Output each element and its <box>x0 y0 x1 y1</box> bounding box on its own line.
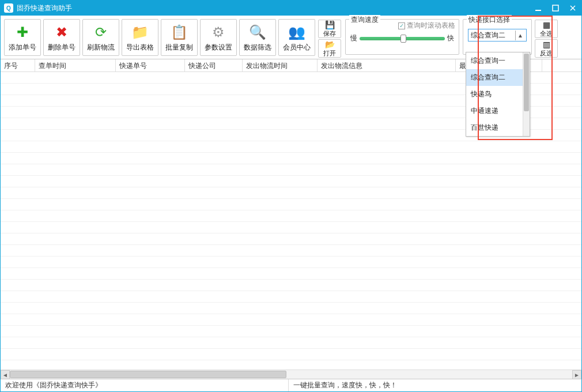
table-row[interactable] <box>1 349 581 360</box>
status-welcome: 欢迎使用《固乔快递查询快手》 <box>1 379 289 391</box>
window-title: 固乔快递查询助手 <box>17 3 530 13</box>
select-all-icon: ▦ <box>541 20 552 29</box>
plus-icon: ✚ <box>13 23 32 42</box>
dropdown-item[interactable]: 中通速递 <box>466 103 530 119</box>
table-row[interactable] <box>1 141 581 153</box>
app-window: Q 固乔快递查询助手 ✚添加单号 ✖删除单号 ⟳刷新物流 📁导出表格 📋批量复制… <box>0 0 582 392</box>
checkbox-icon: ✓ <box>398 22 405 29</box>
toolbar: ✚添加单号 ✖删除单号 ⟳刷新物流 📁导出表格 📋批量复制 ⚙参数设置 🔍数据筛… <box>1 16 581 59</box>
col-dispatch-info[interactable]: 发出物流信息 <box>318 59 456 71</box>
folder-export-icon: 📁 <box>131 23 149 42</box>
search-folder-icon: 🔍 <box>248 23 267 42</box>
close-button[interactable] <box>564 1 581 16</box>
copy-icon: 📋 <box>170 23 188 42</box>
scroll-left-icon[interactable]: ◄ <box>1 370 10 379</box>
table-row[interactable] <box>1 303 581 314</box>
table-row[interactable] <box>1 176 581 187</box>
invert-icon: ▥ <box>541 40 552 49</box>
table-row[interactable] <box>1 337 581 349</box>
dropdown-item[interactable]: 综合查询一 <box>466 52 530 69</box>
table-row[interactable] <box>1 233 581 245</box>
col-query-time[interactable]: 查单时间 <box>35 59 116 71</box>
minimize-button[interactable] <box>530 1 547 16</box>
table-row[interactable] <box>1 187 581 199</box>
select-tools: ▦全选 ▥反选 <box>534 19 558 58</box>
table-row[interactable] <box>1 245 581 257</box>
combobox-value: 综合查询二 <box>471 31 516 40</box>
table-row[interactable] <box>1 164 581 176</box>
save-icon: 💾 <box>324 20 335 29</box>
interface-legend: 快递接口选择 <box>467 15 512 25</box>
speed-fast-label: 快 <box>447 33 454 43</box>
app-icon: Q <box>4 3 13 13</box>
chevron-up-icon: ▲ <box>516 32 525 39</box>
users-icon: 👥 <box>288 23 306 42</box>
delete-icon: ✖ <box>52 23 71 42</box>
select-all-button[interactable]: ▦全选 <box>535 20 558 38</box>
table-row[interactable] <box>1 291 581 303</box>
speed-legend: 查询速度 <box>349 15 380 25</box>
batch-copy-button[interactable]: 📋批量复制 <box>161 19 198 56</box>
refresh-button[interactable]: ⟳刷新物流 <box>82 19 119 56</box>
query-speed-group: 查询速度 ✓查询时滚动表格 慢 快 <box>345 19 459 55</box>
interface-select-group: 快递接口选择 综合查询二 ▲ 综合查询一 综合查询二 快递鸟 中通速递 百世快递 <box>463 19 532 55</box>
scroll-on-query-checkbox[interactable]: ✓查询时滚动表格 <box>398 21 455 31</box>
horizontal-scrollbar[interactable]: ◄ ► <box>1 370 581 379</box>
dropdown-item[interactable]: 综合查询二 <box>466 69 530 86</box>
table-row[interactable] <box>1 326 581 337</box>
table-row[interactable] <box>1 280 581 291</box>
col-index[interactable]: 序号 <box>1 59 35 71</box>
col-tracking-no[interactable]: 快递单号 <box>116 59 185 71</box>
slider-thumb[interactable] <box>400 35 406 43</box>
interface-dropdown: 综合查询一 综合查询二 快递鸟 中通速递 百世快递 <box>466 52 530 137</box>
table-row[interactable] <box>1 268 581 280</box>
col-carrier[interactable]: 快递公司 <box>185 59 243 71</box>
speed-slider[interactable] <box>360 37 445 40</box>
dropdown-scrollbar[interactable] <box>523 52 530 136</box>
export-button[interactable]: 📁导出表格 <box>122 19 158 56</box>
scroll-track[interactable] <box>10 370 572 379</box>
delete-order-button[interactable]: ✖删除单号 <box>43 19 80 56</box>
titlebar: Q 固乔快递查询助手 <box>1 1 581 16</box>
svg-rect-0 <box>535 10 541 11</box>
add-order-button[interactable]: ✚添加单号 <box>4 19 41 56</box>
file-tools: 💾保存 📂打开 <box>318 19 342 58</box>
status-tip: 一键批量查询，速度快，快，快！ <box>289 379 581 391</box>
table-row[interactable] <box>1 199 581 210</box>
member-button[interactable]: 👥会员中心 <box>278 19 315 56</box>
settings-button[interactable]: ⚙参数设置 <box>200 19 237 56</box>
table-row[interactable] <box>1 222 581 233</box>
table-row[interactable] <box>1 210 581 222</box>
table-row[interactable] <box>1 360 581 370</box>
gear-icon: ⚙ <box>209 23 228 42</box>
interface-combobox[interactable]: 综合查询二 ▲ <box>468 29 527 42</box>
save-button[interactable]: 💾保存 <box>318 20 341 38</box>
refresh-icon: ⟳ <box>92 23 110 42</box>
statusbar: 欢迎使用《固乔快递查询快手》 一键批量查询，速度快，快，快！ <box>1 379 581 391</box>
table-row[interactable] <box>1 314 581 326</box>
scrollbar-thumb[interactable] <box>524 54 529 111</box>
speed-slow-label: 慢 <box>350 33 357 43</box>
open-icon: 📂 <box>324 40 335 49</box>
window-controls <box>530 1 581 16</box>
svg-rect-1 <box>553 5 558 11</box>
scroll-thumb[interactable] <box>10 371 286 378</box>
table-row[interactable] <box>1 257 581 268</box>
filter-button[interactable]: 🔍数据筛选 <box>239 19 276 56</box>
table-row[interactable] <box>1 153 581 164</box>
dropdown-item[interactable]: 百世快递 <box>466 119 530 136</box>
dropdown-item[interactable]: 快递鸟 <box>466 86 530 103</box>
scroll-right-icon[interactable]: ► <box>572 370 581 379</box>
invert-select-button[interactable]: ▥反选 <box>535 39 558 58</box>
open-button[interactable]: 📂打开 <box>318 39 341 58</box>
maximize-button[interactable] <box>547 1 564 16</box>
col-dispatch-time[interactable]: 发出物流时间 <box>243 59 318 71</box>
